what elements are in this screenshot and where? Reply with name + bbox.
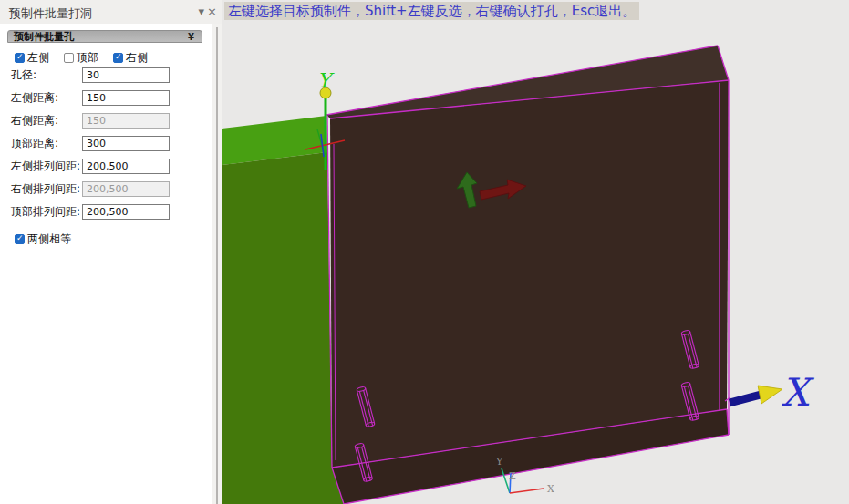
- section-collapse-icon[interactable]: ¥: [188, 31, 194, 43]
- top-spacing-label: 顶部排列间距:: [11, 204, 80, 220]
- parameter-form: 孔径: 左侧距离: 右侧距离: 顶部距离: 左侧排列间距:: [0, 67, 212, 247]
- panel-content: 预制件批量孔 ¥ 左侧 顶部 右侧 孔径:: [0, 24, 212, 504]
- section-title: 预制件批量孔: [14, 31, 74, 43]
- panel-scrollbar-groove: [216, 27, 218, 504]
- side-checkbox-row: 左侧 顶部 右侧: [0, 48, 212, 60]
- scene-canvas[interactable]: Y X Y Z: [222, 0, 849, 504]
- brown-slab-front-face[interactable]: [330, 80, 729, 468]
- checkbox-right-side[interactable]: 右侧: [113, 48, 148, 66]
- left-distance-label: 左侧距离:: [11, 90, 58, 106]
- checkbox-top-side[interactable]: 顶部: [64, 48, 98, 66]
- right-spacing-input: [82, 181, 170, 197]
- ucs-y-label: Y: [495, 456, 503, 468]
- tool-panel: 预制件批量打洞 ▾ × 预制件批量孔 ¥ 左侧 顶部 右侧: [0, 0, 222, 504]
- green-slab-front-face[interactable]: [222, 152, 344, 504]
- chevron-down-icon[interactable]: ▾: [198, 5, 204, 18]
- ucs-x-label: X: [547, 483, 554, 495]
- panel-scrollbar[interactable]: [212, 24, 222, 504]
- section-header[interactable]: 预制件批量孔 ¥: [7, 30, 202, 43]
- checkbox-right-side-box[interactable]: [113, 53, 123, 63]
- field-row-hole-diameter: 孔径:: [0, 67, 212, 83]
- y-axis-label: Y: [317, 69, 335, 92]
- right-distance-label: 右侧距离:: [11, 113, 58, 129]
- checkbox-left-side-label: 左侧: [27, 51, 49, 64]
- top-spacing-input[interactable]: [82, 204, 170, 220]
- field-row-left-spacing: 左侧排列间距:: [0, 159, 212, 174]
- checkbox-left-side[interactable]: 左侧: [15, 48, 49, 66]
- status-hint-text: 左键选择目标预制件，Shift+左键反选，右键确认打孔，Esc退出。: [224, 2, 639, 20]
- right-spacing-label: 右侧排列间距:: [11, 181, 80, 197]
- panel-titlebar: 预制件批量打洞 ▾ ×: [0, 0, 222, 24]
- x-axis-indicator: X: [730, 370, 814, 415]
- equal-sides-checkbox-label: 两侧相等: [27, 232, 71, 245]
- ucs-z-label: Z: [509, 470, 516, 482]
- field-row-top-spacing: 顶部排列间距:: [0, 204, 212, 220]
- field-row-left-distance: 左侧距离:: [0, 90, 212, 106]
- top-distance-input[interactable]: [82, 136, 170, 151]
- field-row-top-distance: 顶部距离:: [0, 136, 212, 151]
- top-distance-label: 顶部距离:: [11, 136, 58, 151]
- checkbox-left-side-box[interactable]: [15, 53, 25, 63]
- application-window: 预制件批量打洞 ▾ × 预制件批量孔 ¥ 左侧 顶部 右侧: [0, 0, 849, 504]
- equal-sides-checkbox-box[interactable]: [15, 234, 25, 244]
- field-row-right-distance: 右侧距离:: [0, 113, 212, 129]
- equal-sides-checkbox[interactable]: 两侧相等: [15, 230, 227, 247]
- viewport-3d[interactable]: Y X Y Z: [222, 0, 849, 504]
- x-axis-arrowhead: [758, 386, 782, 404]
- checkbox-top-side-label: 顶部: [77, 51, 98, 64]
- panel-title: 预制件批量打洞: [9, 5, 92, 22]
- hole-diameter-label: 孔径:: [11, 67, 36, 83]
- right-distance-input: [82, 113, 170, 129]
- left-spacing-label: 左侧排列间距:: [11, 159, 80, 174]
- close-icon[interactable]: ×: [207, 5, 217, 18]
- field-row-right-spacing: 右侧排列间距:: [0, 181, 212, 197]
- x-axis-label: X: [782, 370, 814, 415]
- left-distance-input[interactable]: [82, 90, 170, 106]
- checkbox-top-side-box[interactable]: [64, 53, 74, 63]
- hole-diameter-input[interactable]: [82, 67, 170, 83]
- checkbox-right-side-label: 右侧: [126, 51, 148, 64]
- left-spacing-input[interactable]: [82, 159, 170, 174]
